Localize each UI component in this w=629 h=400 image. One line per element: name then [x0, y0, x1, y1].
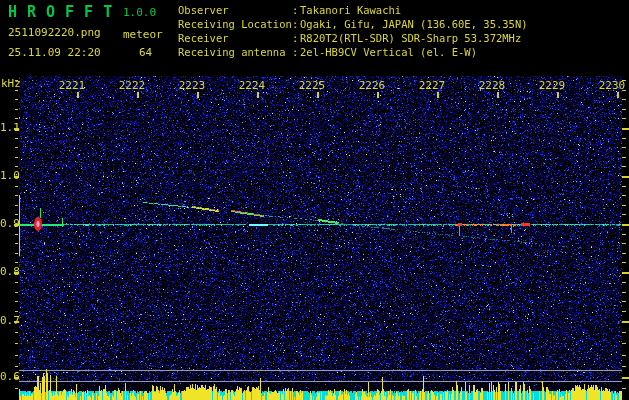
station-info: Observer:Takanori KawachiReceiving Locat…: [178, 3, 528, 59]
info-colon: :: [292, 17, 300, 31]
info-row-0: Observer:Takanori Kawachi: [178, 3, 528, 17]
info-row-1: Receiving Location:Ogaki, Gifu, JAPAN (1…: [178, 17, 528, 31]
spectrogram-canvas: [0, 0, 629, 400]
info-row-3: Receiving antenna:2el-HB9CV Vertical (el…: [178, 45, 528, 59]
freq-tick-label-1.1: 1.1: [0, 122, 14, 134]
time-tick-label-2227: 2227: [419, 80, 446, 92]
time-tick-label-2224: 2224: [239, 80, 266, 92]
info-value: Takanori Kawachi: [300, 4, 401, 16]
datetime-label: 25.11.09 22:20: [8, 46, 101, 59]
info-label: Receiver: [178, 31, 292, 45]
time-tick-label-2230: 2230: [599, 80, 626, 92]
freq-axis-unit: kHz: [1, 77, 21, 90]
sample-count: 64: [139, 46, 152, 59]
info-value: R820T2(RTL-SDR) SDR-Sharp 53.372MHz: [300, 32, 521, 44]
info-label: Receiving Location: [178, 17, 292, 31]
app-title: HROFFT: [8, 3, 122, 21]
freq-tick-label-1.0: 1.0: [0, 170, 14, 182]
info-colon: :: [292, 45, 300, 59]
time-tick-label-2223: 2223: [179, 80, 206, 92]
info-label: Observer: [178, 3, 292, 17]
hrofft-window: HROFFT 1.0.0 2511092220.png meteor 25.11…: [0, 0, 629, 400]
freq-tick-label-0.9: 0.9: [0, 218, 14, 230]
app-version: 1.0.0: [123, 6, 156, 19]
time-tick-label-2228: 2228: [479, 80, 506, 92]
info-colon: :: [292, 3, 300, 17]
mode-label: meteor: [123, 28, 163, 41]
time-tick-label-2225: 2225: [299, 80, 326, 92]
freq-tick-label-0.7: 0.7: [0, 315, 14, 327]
info-row-2: Receiver:R820T2(RTL-SDR) SDR-Sharp 53.37…: [178, 31, 528, 45]
info-value: 2el-HB9CV Vertical (el. E-W): [300, 46, 477, 58]
time-tick-label-2229: 2229: [539, 80, 566, 92]
info-value: Ogaki, Gifu, JAPAN (136.60E, 35.35N): [300, 18, 528, 30]
time-tick-label-2226: 2226: [359, 80, 386, 92]
info-label: Receiving antenna: [178, 45, 292, 59]
time-tick-label-2221: 2221: [59, 80, 86, 92]
freq-tick-label-0.8: 0.8: [0, 266, 14, 278]
info-colon: :: [292, 31, 300, 45]
freq-tick-label-0.6: 0.6: [0, 371, 14, 383]
output-filename: 2511092220.png: [8, 26, 101, 39]
time-tick-label-2222: 2222: [119, 80, 146, 92]
